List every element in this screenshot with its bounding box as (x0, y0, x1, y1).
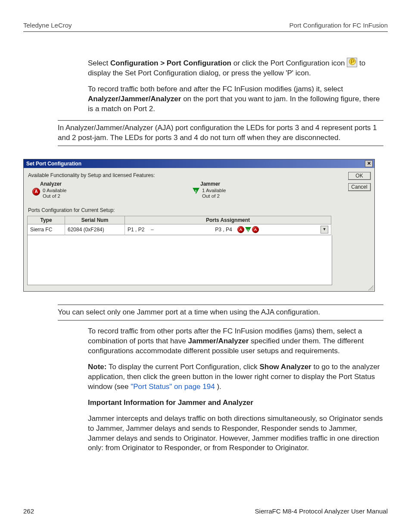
para-1: Select Configuration > Port Configuratio… (88, 58, 383, 78)
text-bold: Jammer/Analyzer (188, 337, 249, 345)
ports-right: P3 , P4 (215, 227, 232, 233)
jammer-icon (193, 188, 199, 194)
resize-grip-icon[interactable] (368, 285, 374, 290)
dialog-title: Set Port Configuration (26, 161, 81, 167)
close-icon[interactable]: ✕ (365, 160, 373, 167)
note-2: You can select only one Jammer port at a… (58, 305, 383, 320)
page-number: 262 (23, 507, 34, 515)
text: Select (88, 59, 110, 67)
para-2: To record traffic both before and after … (88, 84, 383, 114)
text-bold: Show Analyzer (259, 363, 311, 371)
ok-button[interactable]: OK (348, 171, 371, 180)
col-type: Type (28, 216, 65, 224)
ports-left: P1 , P2 (128, 227, 144, 233)
analyzer-icon: A (252, 226, 259, 233)
set-port-config-dialog: Set Port Configuration ✕ Available Funct… (23, 159, 375, 292)
jammer-head: Jammer (200, 181, 348, 187)
heading-important: Important Information for Jammer and Ana… (88, 398, 383, 408)
para-3: To record traffic from other ports after… (88, 327, 383, 356)
table-row: Sierra FC 62084 (0xF284) P1 , P2 – P3 , … (28, 224, 331, 235)
manual-title: SierraFC M8-4 Protocol Analyzer User Man… (255, 507, 388, 515)
analyzer-icon: A (237, 226, 244, 233)
jammer-line2: Out of 2 (202, 193, 226, 199)
dialog-titlebar: Set Port Configuration ✕ (24, 159, 374, 168)
text: ). (217, 383, 221, 391)
ports-table: Type Serial Num Ports Assignment Sierra … (27, 216, 331, 235)
para-5: Jammer intercepts and delays traffic on … (88, 414, 383, 454)
note-lead: Note: (88, 363, 106, 371)
jammer-line1: 1 Available (202, 188, 226, 194)
chevron-down-icon[interactable]: ▼ (321, 226, 328, 233)
text-bold: Configuration > Port Configuration (110, 59, 231, 67)
text: You can select only one Jammer port at a… (58, 308, 320, 316)
analyzer-icon: A (32, 188, 40, 196)
assign-icons: A A (237, 226, 259, 233)
ports-config-label: Ports Configuration for Current Setup: (28, 207, 348, 213)
note-1: In Analyzer/Jammer/Analyzer (AJA) port c… (58, 120, 383, 146)
text: To record traffic both before and after … (88, 85, 343, 93)
text: In Analyzer/Jammer/Analyzer (AJA) port c… (58, 124, 377, 142)
cell-type: Sierra FC (28, 224, 65, 235)
analyzer-line1: 0 Available (43, 188, 66, 194)
para-4: Note: To display the current Port Config… (88, 362, 383, 392)
header-rule (23, 31, 388, 32)
header-left: Teledyne LeCroy (23, 22, 72, 29)
cell-serial: 62084 (0xF284) (65, 224, 125, 235)
text: To display the current Port Configuratio… (109, 363, 260, 371)
port-config-icon (347, 58, 357, 67)
cancel-button[interactable]: Cancel (348, 183, 371, 191)
jammer-icon (245, 227, 251, 232)
analyzer-line2: Out of 2 (43, 193, 66, 199)
col-assign: Ports Assignment (125, 216, 331, 224)
available-label: Available Functionality by Setup and lic… (28, 172, 348, 178)
cell-assign[interactable]: P1 , P2 – P3 , P4 A A ▼ (125, 224, 331, 235)
col-serial: Serial Num (65, 216, 125, 224)
table-empty-area (27, 235, 332, 285)
text-bold: Analyzer/Jammer/Analyzer (88, 95, 181, 103)
text: or click the Port Configuration icon (234, 59, 347, 67)
dash: – (148, 227, 156, 233)
header-right: Port Configuration for FC InFusion (290, 22, 388, 29)
analyzer-head: Analyzer (40, 181, 187, 187)
port-status-link[interactable]: "Port Status" on page 194 (131, 383, 215, 391)
